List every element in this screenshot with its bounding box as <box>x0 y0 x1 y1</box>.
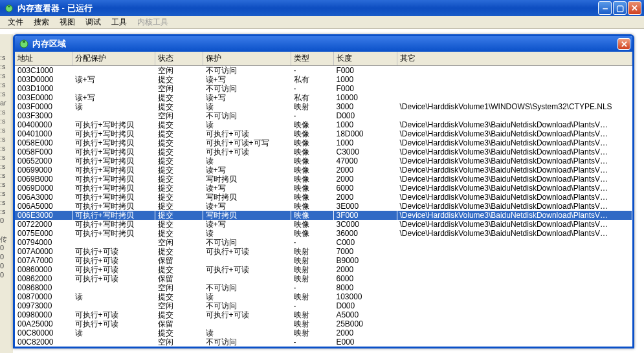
cell-len: 2000 <box>333 328 397 337</box>
cell-other: \Device\HarddiskVolume3\BaiduNetdiskDown… <box>397 202 632 211</box>
cell-len: F000 <box>333 84 397 93</box>
cell-len: D000 <box>333 301 397 310</box>
table-row[interactable]: 00401000可执行+写时拷贝提交可执行+可读映像18D000\Device\… <box>15 129 632 138</box>
cell-len: 6000 <box>333 274 397 283</box>
table-row[interactable]: 00400000可执行+写时拷贝提交读映像1000\Device\Harddis… <box>15 120 632 129</box>
menu-item-0[interactable]: 文件 <box>3 16 28 29</box>
cell-alloc: 可执行+写时拷贝 <box>72 175 155 184</box>
table-row[interactable]: 006A5000可执行+写时拷贝提交读+写映像3E000\Device\Hard… <box>15 202 632 211</box>
cell-other <box>397 283 632 292</box>
cell-alloc <box>72 111 155 120</box>
col-header-3[interactable]: 保护 <box>203 52 291 66</box>
table-row[interactable]: 006A3000可执行+写时拷贝提交写时拷贝映像2000\Device\Hard… <box>15 193 632 202</box>
table-row[interactable]: 00699000可执行+写时拷贝提交读+写映像2000\Device\Hardd… <box>15 166 632 175</box>
cell-alloc: 可执行+写时拷贝 <box>72 166 155 175</box>
table-row[interactable]: 00A25000可执行+可读保留映射25B000 <box>15 319 632 328</box>
col-header-5[interactable]: 长度 <box>333 52 397 66</box>
col-header-2[interactable]: 状态 <box>155 52 203 66</box>
table-row[interactable]: 007A7000可执行+可读保留映射B9000 <box>15 256 632 265</box>
cell-addr: 003E0000 <box>15 93 72 102</box>
memory-table-scroll[interactable]: 地址分配保护状态保护类型长度其它 003C1000空闲不可访问-F000003D… <box>15 52 632 347</box>
table-row[interactable]: 0069B000可执行+写时拷贝提交写时拷贝映像2000\Device\Hard… <box>15 175 632 184</box>
cell-addr: 00868000 <box>15 283 72 292</box>
cell-prot: 读 <box>203 328 291 337</box>
table-row[interactable]: 0075E000可执行+写时拷贝提交读映像36000\Device\Harddi… <box>15 229 632 238</box>
cell-alloc: 可执行+可读 <box>72 319 155 328</box>
table-row[interactable]: 003C1000空闲不可访问-F000 <box>15 66 632 76</box>
cell-addr: 003D1000 <box>15 84 72 93</box>
table-row[interactable]: 003F0000读提交读映射3000\Device\HarddiskVolume… <box>15 102 632 111</box>
maximize-button[interactable]: ▢ <box>613 1 627 15</box>
cell-len: D000 <box>333 111 397 120</box>
table-row[interactable]: 00980000可执行+可读提交可执行+可读映射A5000 <box>15 310 632 319</box>
cell-state: 提交 <box>155 129 203 138</box>
table-row[interactable]: 003D0000读+写提交读+写私有1000 <box>15 75 632 84</box>
cell-len: B9000 <box>333 256 397 265</box>
cell-len: 1000 <box>333 138 397 147</box>
inner-close-button[interactable]: ✕ <box>617 38 630 50</box>
cell-other <box>397 292 632 301</box>
outer-titlebar[interactable]: 内存查看器 - 已运行 ‒ ▢ ✕ <box>0 0 644 16</box>
cell-state: 提交 <box>155 156 203 166</box>
cell-other <box>397 319 632 328</box>
cell-type: 映射 <box>291 265 333 274</box>
col-header-0[interactable]: 地址 <box>15 52 72 66</box>
minimize-button[interactable]: ‒ <box>598 1 612 15</box>
table-row[interactable]: 0069D000可执行+写时拷贝提交读+写映像6000\Device\Hardd… <box>15 184 632 193</box>
cell-state: 保留 <box>155 274 203 283</box>
table-row[interactable]: 00860000可执行+可读提交可执行+可读映射2000 <box>15 265 632 274</box>
cell-len: 18D000 <box>333 129 397 138</box>
table-row[interactable]: 00652000可执行+写时拷贝提交读映像47000\Device\Harddi… <box>15 156 632 166</box>
col-header-4[interactable]: 类型 <box>291 52 333 66</box>
cell-prot: 读+写 <box>203 184 291 193</box>
cell-other <box>397 274 632 283</box>
cell-addr: 003D0000 <box>15 75 72 84</box>
table-row[interactable]: 006E3000可执行+写时拷贝提交写时拷贝映像3F000\Device\Har… <box>15 211 632 220</box>
menu-item-2[interactable]: 视图 <box>54 16 80 29</box>
cell-alloc: 读+写 <box>72 93 155 102</box>
table-row[interactable]: 003F3000空闲不可访问-D000 <box>15 111 632 120</box>
cell-other: \Device\HarddiskVolume3\BaiduNetdiskDown… <box>397 220 632 229</box>
table-row[interactable]: 00794000空闲不可访问-C000 <box>15 238 632 247</box>
table-row[interactable]: 00868000空闲不可访问-8000 <box>15 283 632 292</box>
cell-other <box>397 256 632 265</box>
cell-other <box>397 328 632 337</box>
cell-len: 6000 <box>333 184 397 193</box>
cell-type: 映像 <box>291 129 333 138</box>
cell-state: 提交 <box>155 310 203 319</box>
cell-len: 36000 <box>333 229 397 238</box>
cell-addr: 006E3000 <box>15 211 72 220</box>
table-row[interactable]: 00870000读提交读映射103000 <box>15 292 632 301</box>
table-row[interactable]: 003D1000空闲不可访问-F000 <box>15 84 632 93</box>
table-row[interactable]: 00C82000空闲不可访问-E000 <box>15 337 632 347</box>
cell-type: - <box>291 238 333 247</box>
table-row[interactable]: 00862000可执行+可读保留映射6000 <box>15 274 632 283</box>
table-body: 003C1000空闲不可访问-F000003D0000读+写提交读+写私有100… <box>15 66 632 347</box>
cell-prot: 写时拷贝 <box>203 193 291 202</box>
cell-prot: 读 <box>203 102 291 111</box>
cell-type: 映像 <box>291 202 333 211</box>
inner-titlebar[interactable]: 内存区域 ✕ <box>15 36 632 52</box>
col-header-6[interactable]: 其它 <box>397 52 632 66</box>
cell-state: 提交 <box>155 193 203 202</box>
table-row[interactable]: 00973000空闲不可访问-D000 <box>15 301 632 310</box>
table-row[interactable]: 00722000可执行+写时拷贝提交读+写映像3C000\Device\Hard… <box>15 220 632 229</box>
col-header-1[interactable]: 分配保护 <box>72 52 155 66</box>
table-row[interactable]: 0058E000可执行+写时拷贝提交可执行+可读+可写映像1000\Device… <box>15 138 632 147</box>
table-row[interactable]: 007A0000可执行+可读提交可执行+可读映射7000 <box>15 247 632 256</box>
cell-state: 提交 <box>155 292 203 301</box>
menu-item-1[interactable]: 搜索 <box>28 16 54 29</box>
table-row[interactable]: 0058F000可执行+写时拷贝提交可执行+可读映像C3000\Device\H… <box>15 147 632 156</box>
cell-other <box>397 247 632 256</box>
menu-item-4[interactable]: 工具 <box>106 16 132 29</box>
menu-item-3[interactable]: 调试 <box>80 16 106 29</box>
close-button[interactable]: ✕ <box>628 1 641 15</box>
table-row[interactable]: 003E0000读+写提交读+写私有10000 <box>15 93 632 102</box>
table-row[interactable]: 00C80000读提交读映射2000 <box>15 328 632 337</box>
cell-alloc: 可执行+写时拷贝 <box>72 138 155 147</box>
cell-state: 提交 <box>155 175 203 184</box>
cell-addr: 00401000 <box>15 129 72 138</box>
cell-state: 保留 <box>155 319 203 328</box>
cell-prot: 读+写 <box>203 75 291 84</box>
cell-state: 提交 <box>155 75 203 84</box>
